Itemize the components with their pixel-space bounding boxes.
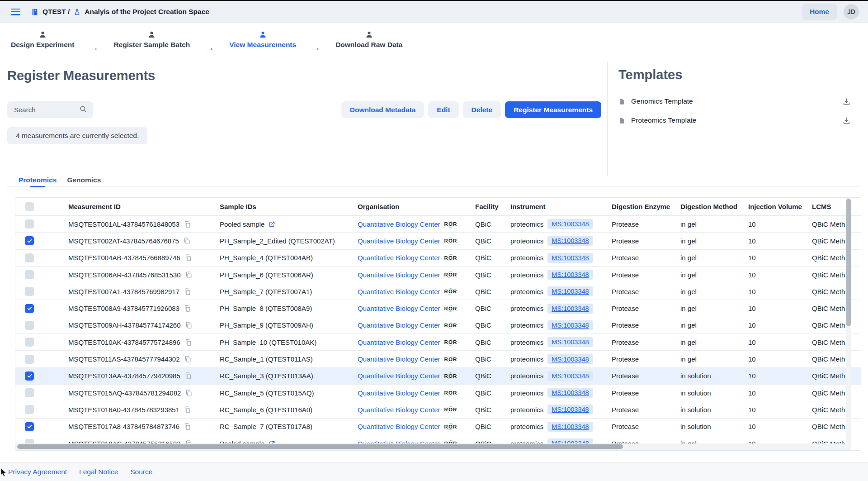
sample-id: RC_Sample_3 (QTEST013AA)	[220, 372, 313, 380]
table-row[interactable]: MSQTEST010AK-437845775724896PH_Sample_10…	[15, 334, 861, 351]
table-row[interactable]: MSQTEST018AC-437845755316503Pooled sampl…	[15, 435, 861, 444]
instrument-ontology-link[interactable]: MS:1003348	[547, 219, 593, 229]
lcms-value: QBiC Meth	[812, 389, 845, 397]
workflow-step-download-raw-data[interactable]: Download Raw Data	[335, 31, 402, 49]
table-row[interactable]: MSQTEST006AR-437845768531530PH_Sample_6 …	[15, 267, 861, 283]
search-input[interactable]	[13, 105, 79, 114]
facility-value: QBiC	[475, 423, 491, 430]
project-code-link[interactable]: QTEST /	[42, 8, 70, 16]
instrument-ontology-link[interactable]: MS:1003348	[547, 304, 593, 314]
row-checkbox[interactable]	[25, 287, 34, 296]
table-row[interactable]: MSQTEST017A8-437845784873746RC_Sample_7 …	[15, 419, 861, 435]
instrument-ontology-link[interactable]: MS:1003348	[547, 320, 593, 330]
sample-id: RC_Sample_5 (QTEST015AQ)	[220, 389, 314, 397]
select-all-checkbox[interactable]	[25, 202, 34, 211]
download-icon[interactable]	[842, 116, 851, 125]
table-row[interactable]: MSQTEST009AH-437845774174260PH_Sample_9 …	[15, 317, 861, 334]
workflow-step-register-sample-batch[interactable]: Register Sample Batch	[113, 31, 190, 49]
copy-icon[interactable]	[184, 406, 191, 414]
horizontal-scrollbar-thumb[interactable]	[17, 444, 623, 449]
instrument-ontology-link[interactable]: MS:1003348	[547, 236, 593, 246]
workflow-step-label: View Measurements	[229, 41, 296, 49]
organisation-link[interactable]: Quantitative Biology Center	[358, 288, 440, 295]
copy-icon[interactable]	[184, 220, 191, 228]
organisation-link[interactable]: Quantitative Biology Center	[358, 355, 440, 363]
copy-icon[interactable]	[184, 305, 191, 312]
row-checkbox[interactable]	[25, 422, 34, 431]
row-checkbox[interactable]	[25, 321, 34, 330]
copy-icon[interactable]	[184, 372, 192, 380]
row-checkbox[interactable]	[25, 388, 34, 397]
organisation-link[interactable]: Quantitative Biology Center	[358, 338, 440, 346]
tab-proteomics[interactable]: Proteomics	[18, 173, 57, 186]
home-button[interactable]: Home	[802, 4, 837, 20]
instrument-ontology-link[interactable]: MS:1003348	[547, 286, 593, 296]
table-row[interactable]: MSQTEST013AA-437845779420985RC_Sample_3 …	[15, 368, 861, 385]
row-checkbox[interactable]	[25, 219, 34, 229]
organisation-link[interactable]: Quantitative Biology Center	[358, 321, 440, 329]
row-checkbox[interactable]	[25, 236, 34, 245]
download-icon[interactable]	[842, 97, 851, 106]
copy-icon[interactable]	[184, 355, 192, 363]
instrument-ontology-link[interactable]: MS:1003348	[547, 270, 593, 280]
footer-link-privacy-agreement[interactable]: Privacy Agreement	[8, 468, 67, 476]
copy-icon[interactable]	[184, 288, 191, 295]
organisation-link[interactable]: Quantitative Biology Center	[358, 237, 440, 245]
hamburger-menu-icon[interactable]	[11, 9, 20, 15]
table-row[interactable]: MSQTEST016A0-437845783293851RC_Sample_6 …	[15, 401, 861, 418]
organisation-link[interactable]: Quantitative Biology Center	[358, 423, 440, 430]
table-row[interactable]: MSQTEST004AB-437845766889746PH_Sample_4 …	[15, 250, 861, 267]
register-measurements-button[interactable]: Register Measurements	[505, 101, 601, 118]
copy-icon[interactable]	[185, 321, 193, 329]
copy-icon[interactable]	[185, 271, 193, 279]
lcms-cell: QBiC Meth	[812, 254, 861, 262]
footer-link-legal-notice[interactable]: Legal Notice	[79, 468, 118, 476]
delete-button[interactable]: Delete	[463, 101, 501, 118]
vertical-scrollbar-thumb[interactable]	[846, 199, 851, 326]
organisation-link[interactable]: Quantitative Biology Center	[358, 220, 440, 228]
instrument-ontology-link[interactable]: MS:1003348	[547, 405, 593, 414]
table-row[interactable]: MSQTEST002AT-437845764676875PH_Sample_2_…	[15, 233, 861, 249]
row-checkbox[interactable]	[25, 355, 34, 364]
copy-icon[interactable]	[185, 389, 193, 397]
organisation-link[interactable]: Quantitative Biology Center	[358, 254, 440, 262]
external-link-icon[interactable]	[269, 221, 275, 228]
instrument-ontology-link[interactable]: MS:1003348	[547, 354, 593, 364]
table-row[interactable]: MSQTEST008A9-437845771926083PH_Sample_8 …	[15, 300, 861, 317]
table-row[interactable]: MSQTEST001AL-437845761848053Pooled sampl…	[15, 216, 861, 233]
table-row[interactable]: MSQTEST011AS-437845777944302RC_Sample_1 …	[15, 351, 861, 367]
row-checkbox[interactable]	[25, 371, 34, 381]
instrument-ontology-link[interactable]: MS:1003348	[547, 371, 593, 381]
row-checkbox[interactable]	[25, 253, 34, 262]
row-checkbox[interactable]	[25, 338, 34, 347]
organisation-link[interactable]: Quantitative Biology Center	[358, 389, 440, 397]
file-icon	[618, 116, 625, 125]
row-checkbox[interactable]	[25, 304, 34, 313]
instrument-ontology-link[interactable]: MS:1003348	[547, 422, 593, 432]
footer-link-source[interactable]: Source	[130, 468, 152, 476]
column-header-label: Facility	[475, 203, 499, 210]
download-metadata-button[interactable]: Download Metadata	[341, 101, 425, 118]
search-box[interactable]	[7, 101, 93, 118]
column-header-label: Instrument	[510, 203, 546, 210]
instrument-ontology-link[interactable]: MS:1003348	[547, 253, 593, 263]
copy-icon[interactable]	[184, 423, 191, 430]
copy-icon[interactable]	[184, 338, 192, 346]
copy-icon[interactable]	[184, 254, 192, 262]
tab-genomics[interactable]: Genomics	[66, 173, 101, 186]
organisation-link[interactable]: Quantitative Biology Center	[358, 271, 440, 279]
organisation-link[interactable]: Quantitative Biology Center	[358, 305, 440, 312]
table-row[interactable]: MSQTEST007A1-437845769982917PH_Sample_7 …	[15, 283, 861, 300]
workflow-step-design-experiment[interactable]: Design Experiment	[11, 31, 74, 49]
edit-button[interactable]: Edit	[428, 101, 458, 118]
copy-icon[interactable]	[183, 237, 191, 245]
row-checkbox[interactable]	[25, 405, 34, 414]
table-row[interactable]: MSQTEST015AQ-437845781294082RC_Sample_5 …	[15, 385, 861, 401]
row-checkbox[interactable]	[25, 270, 34, 279]
organisation-link[interactable]: Quantitative Biology Center	[358, 406, 440, 414]
instrument-ontology-link[interactable]: MS:1003348	[547, 388, 593, 398]
avatar[interactable]: JD	[844, 4, 859, 19]
workflow-step-view-measurements[interactable]: View Measurements	[229, 31, 296, 49]
instrument-ontology-link[interactable]: MS:1003348	[547, 337, 593, 347]
organisation-link[interactable]: Quantitative Biology Center	[358, 372, 440, 380]
